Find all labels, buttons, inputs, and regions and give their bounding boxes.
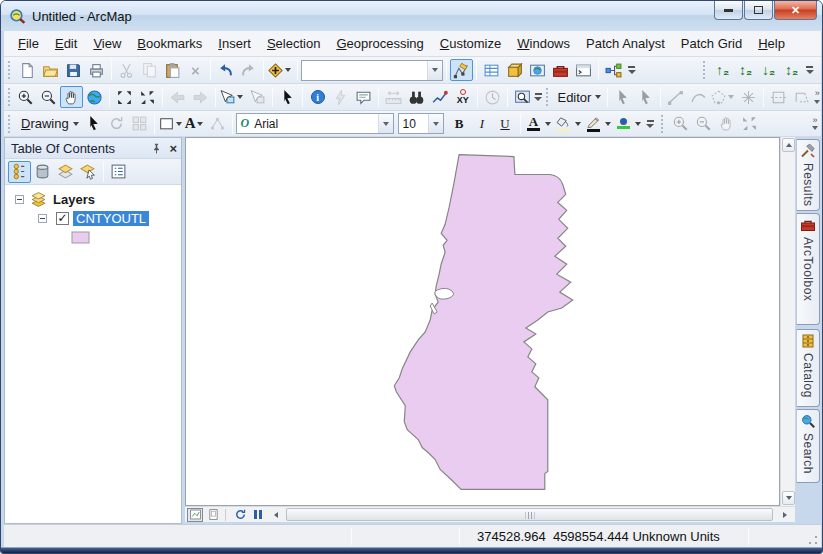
- toolbar-grip[interactable]: [7, 88, 10, 106]
- font-color-button[interactable]: A: [524, 113, 554, 135]
- paste-button[interactable]: [161, 59, 184, 81]
- select-elements-button[interactable]: [276, 86, 299, 108]
- editor-sketch-tool-button[interactable]: [450, 59, 473, 81]
- menu-customize[interactable]: Customize: [432, 33, 509, 54]
- pan-button[interactable]: [60, 86, 83, 108]
- patch-up-button[interactable]: ↑₂: [711, 59, 734, 81]
- chevron-down-icon[interactable]: [176, 122, 182, 126]
- scroll-right-button[interactable]: [777, 508, 793, 522]
- tab-arctoolbox[interactable]: ArcToolbox: [796, 213, 820, 325]
- maximize-button[interactable]: [744, 1, 773, 20]
- menu-patch-grid[interactable]: Patch Grid: [673, 33, 750, 54]
- print-button[interactable]: [85, 59, 108, 81]
- go-to-xy-button[interactable]: XY: [451, 86, 474, 108]
- layer-symbol-swatch[interactable]: [71, 231, 90, 244]
- chevron-down-icon[interactable]: [427, 61, 442, 80]
- toolbar-grip[interactable]: [7, 61, 12, 79]
- data-view-button[interactable]: [187, 508, 203, 522]
- toolbar-overflow-button[interactable]: [534, 86, 542, 108]
- table-options-button[interactable]: [480, 59, 503, 81]
- layers-group-label[interactable]: Layers: [53, 192, 95, 207]
- text-tool-button[interactable]: A: [185, 113, 206, 135]
- menu-file[interactable]: File: [10, 33, 47, 54]
- modelbuilder-button[interactable]: [602, 59, 625, 81]
- drawing-menu-button[interactable]: Drawing: [16, 113, 82, 135]
- html-popup-button[interactable]: [352, 86, 375, 108]
- list-by-selection-button[interactable]: [77, 161, 100, 183]
- menu-bookmarks[interactable]: Bookmarks: [129, 33, 210, 54]
- add-data-button[interactable]: [267, 59, 294, 81]
- find-route-button[interactable]: [428, 86, 451, 108]
- marker-color-button[interactable]: [614, 113, 644, 135]
- minimize-button[interactable]: [714, 1, 743, 20]
- tab-search[interactable]: Search: [796, 409, 820, 483]
- scroll-down-button[interactable]: [782, 491, 795, 505]
- chevron-down-icon[interactable]: [378, 114, 393, 133]
- bold-button[interactable]: B: [448, 113, 471, 135]
- patch-updown2-button[interactable]: ↕₂: [780, 59, 803, 81]
- refresh-view-button[interactable]: [232, 508, 248, 522]
- pin-icon[interactable]: [150, 142, 163, 155]
- menu-geoprocessing[interactable]: Geoprocessing: [328, 33, 431, 54]
- toolbar-grip[interactable]: [545, 88, 548, 106]
- find-button[interactable]: [405, 86, 428, 108]
- new-map-button[interactable]: [16, 59, 39, 81]
- chevron-down-icon[interactable]: [285, 68, 291, 72]
- toolbar-more-button[interactable]: »: [813, 86, 821, 108]
- menu-selection[interactable]: Selection: [259, 33, 328, 54]
- italic-button[interactable]: I: [471, 113, 494, 135]
- map-scale-combo[interactable]: [301, 60, 443, 81]
- undo-button[interactable]: [214, 59, 237, 81]
- collapse-layers-button[interactable]: [15, 195, 24, 204]
- close-button[interactable]: ✕: [774, 1, 817, 20]
- menu-edit[interactable]: Edit: [47, 33, 85, 54]
- chevron-down-icon[interactable]: [635, 122, 641, 126]
- toolbar-grip[interactable]: [660, 115, 665, 133]
- chevron-down-icon[interactable]: [575, 122, 581, 126]
- resize-grip[interactable]: [809, 536, 817, 544]
- arctoolbox-button[interactable]: [549, 59, 572, 81]
- fixed-zoom-in-button[interactable]: [113, 86, 136, 108]
- catalog-window-button[interactable]: [503, 59, 526, 81]
- patch-updown-button[interactable]: ↕₂: [734, 59, 757, 81]
- scroll-left-button[interactable]: [268, 508, 284, 522]
- map-canvas[interactable]: [185, 137, 780, 506]
- chevron-down-icon[interactable]: [237, 95, 243, 99]
- scroll-up-button[interactable]: [782, 138, 795, 152]
- list-by-drawing-order-button[interactable]: [8, 161, 31, 183]
- layer-visibility-checkbox[interactable]: ✓: [56, 212, 69, 225]
- toolbar-more-button[interactable]: »: [809, 113, 821, 135]
- tab-catalog[interactable]: Catalog: [796, 329, 820, 407]
- full-extent-button[interactable]: [83, 86, 106, 108]
- list-by-source-button[interactable]: [31, 161, 54, 183]
- patch-down-button[interactable]: ↓₂: [757, 59, 780, 81]
- collapse-layer-button[interactable]: [38, 214, 47, 223]
- tab-results[interactable]: Results: [796, 139, 820, 211]
- identify-button[interactable]: i: [306, 86, 329, 108]
- title-bar[interactable]: Untitled - ArcMap ✕: [1, 1, 823, 31]
- map-vertical-scrollbar[interactable]: [780, 137, 795, 506]
- toc-header[interactable]: Table Of Contents ×: [5, 138, 181, 159]
- select-features-button[interactable]: [219, 86, 246, 108]
- shape-tool-button[interactable]: [158, 113, 185, 135]
- toolbar-overflow-button[interactable]: [803, 59, 816, 81]
- python-window-button[interactable]: [572, 59, 595, 81]
- pause-drawing-button[interactable]: [250, 508, 266, 522]
- chevron-down-icon[interactable]: [545, 122, 551, 126]
- open-button[interactable]: [39, 59, 62, 81]
- toolbar-grip[interactable]: [702, 61, 707, 79]
- zoom-in-button[interactable]: [14, 86, 37, 108]
- layout-view-button[interactable]: [205, 508, 221, 522]
- toolbar-overflow-button[interactable]: [625, 59, 638, 81]
- chevron-down-icon[interactable]: [428, 114, 443, 133]
- fill-color-button[interactable]: [554, 113, 584, 135]
- layer-name-cntyoutl[interactable]: CNTYOUTL: [73, 211, 149, 226]
- menu-insert[interactable]: Insert: [210, 33, 259, 54]
- line-color-button[interactable]: [584, 113, 614, 135]
- zoom-out-button[interactable]: [37, 86, 60, 108]
- chevron-down-icon[interactable]: [605, 122, 611, 126]
- menu-help[interactable]: Help: [750, 33, 793, 54]
- underline-button[interactable]: U: [494, 113, 517, 135]
- toc-options-button[interactable]: [107, 161, 130, 183]
- horizontal-scrollbar-thumb[interactable]: [286, 508, 773, 521]
